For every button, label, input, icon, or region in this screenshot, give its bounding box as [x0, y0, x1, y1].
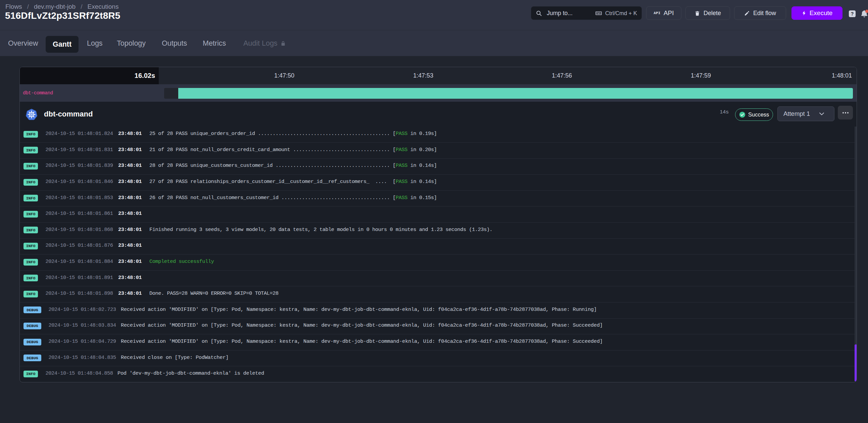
svg-text:?: ? — [851, 11, 854, 17]
